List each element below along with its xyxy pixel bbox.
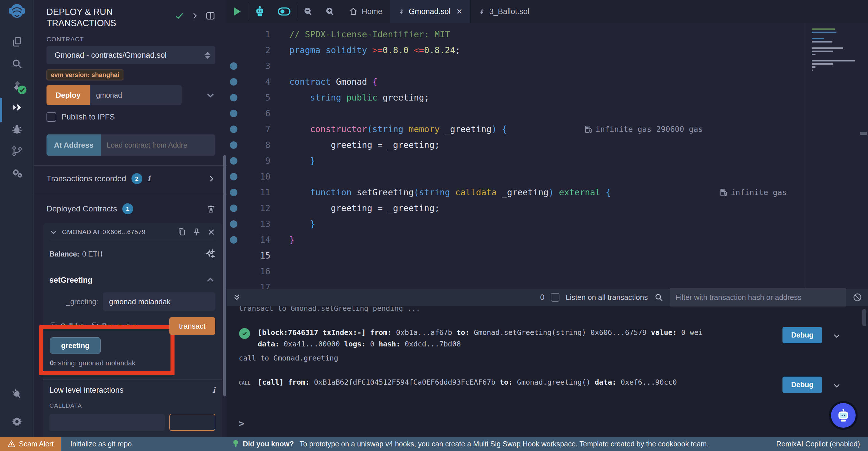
run-script-icon[interactable] <box>227 0 248 23</box>
code-line-11[interactable]: 11 function setGreeting(string calldata … <box>227 185 857 200</box>
remix-logo[interactable] <box>8 3 26 21</box>
remixai-assistant-button[interactable] <box>829 401 858 430</box>
code-editor[interactable]: 1// SPDX-License-Identifier: MIT2pragma … <box>227 23 868 289</box>
gutter-dot-icon[interactable] <box>227 236 241 244</box>
code-line-16[interactable]: 16 <box>227 263 857 279</box>
plugin-manager-icon[interactable] <box>10 388 24 400</box>
deploy-expand-chevron-icon[interactable] <box>206 90 215 100</box>
transactions-expand-chevron-icon[interactable] <box>208 175 215 182</box>
code-line-7[interactable]: 7 constructor(string memory _greeting) {… <box>227 121 857 137</box>
contract-select[interactable]: Gmonad - contracts/Gmonad.sol <box>46 46 215 64</box>
transact-button[interactable]: transact <box>169 317 216 335</box>
gutter-dot-icon[interactable] <box>227 141 241 149</box>
zoom-out-icon[interactable] <box>298 0 319 23</box>
code-line-10[interactable]: 10 <box>227 169 857 185</box>
copilot-status[interactable]: RemixAI Copilot (enabled) <box>776 440 860 448</box>
pin-contract-icon[interactable] <box>192 228 201 236</box>
expand-log-chevron-icon[interactable] <box>832 332 841 340</box>
icon-rail <box>0 0 34 436</box>
terminal-header: 0 Listen on all transactions <box>227 289 868 306</box>
panel-pin-view-icon[interactable] <box>206 11 215 21</box>
gutter-dot-icon[interactable] <box>227 157 241 165</box>
editor-scrollbar[interactable] <box>860 132 867 135</box>
git-init-button[interactable]: Initialize as git repo <box>70 440 132 448</box>
terminal-filter-input[interactable] <box>670 288 846 307</box>
sparkles-icon[interactable] <box>205 249 215 259</box>
gutter-dot-icon[interactable] <box>227 78 241 86</box>
search-icon[interactable] <box>10 57 24 70</box>
code-content[interactable]: 1// SPDX-License-Identifier: MIT2pragma … <box>227 23 857 289</box>
code-line-8[interactable]: 8 greeting = _greeting; <box>227 137 857 153</box>
file-explorer-icon[interactable] <box>10 36 24 48</box>
code-line-14[interactable]: 14} <box>227 232 857 248</box>
remixai-robot-icon[interactable] <box>248 0 271 23</box>
low-level-transact-button[interactable] <box>169 414 215 431</box>
code-line-17[interactable]: 17 <box>227 279 857 289</box>
code-line-3[interactable]: 3 <box>227 58 857 74</box>
gutter-dot-icon[interactable] <box>227 110 241 117</box>
deploy-button[interactable]: Deploy <box>46 85 90 105</box>
terminal-prompt[interactable]: > <box>239 418 868 429</box>
code-line-1[interactable]: 1// SPDX-License-Identifier: MIT <box>227 26 857 42</box>
settings-icon[interactable] <box>10 415 24 428</box>
debug-button[interactable]: Debug <box>782 327 822 343</box>
tab-home[interactable]: Home <box>341 0 391 23</box>
close-contract-icon[interactable] <box>207 228 215 236</box>
git-icon[interactable] <box>10 145 24 158</box>
code-line-4[interactable]: 4contract Gmonad { <box>227 74 857 90</box>
scam-alert-button[interactable]: Scam Alert <box>0 436 61 451</box>
panel-scrollbar[interactable] <box>223 155 226 396</box>
code-line-5[interactable]: 5 string public greeting; <box>227 90 857 106</box>
deploy-args-input[interactable] <box>90 85 182 105</box>
call-summary-line[interactable]: [call] from: 0xB1aB62fdFC104512F594fCa0E… <box>258 378 677 386</box>
terminal-scrollbar[interactable] <box>862 309 866 326</box>
listen-all-checkbox[interactable] <box>551 293 559 302</box>
expand-log-chevron-icon[interactable] <box>832 381 841 390</box>
collapse-fn-chevron-icon[interactable] <box>206 275 215 285</box>
editor-minimap[interactable] <box>812 28 858 81</box>
gutter-dot-icon[interactable] <box>227 189 241 196</box>
low-level-calldata-input[interactable] <box>50 414 165 431</box>
deploy-run-icon[interactable] <box>10 101 24 114</box>
terminal-tx-count: 0 <box>540 293 545 302</box>
trash-icon[interactable] <box>207 204 215 213</box>
tx-summary-line1[interactable]: [block:7646317 txIndex:-] from: 0xb1a...… <box>258 328 703 337</box>
publish-ipfs-checkbox[interactable] <box>46 112 56 122</box>
tab-gmonad[interactable]: Gmonad.sol ✕ <box>391 0 471 23</box>
gutter-dot-icon[interactable] <box>227 204 241 212</box>
tx-summary-line2[interactable]: data: 0xa41...00000 logs: 0 hash: 0xdcd.… <box>258 340 461 348</box>
gutter-dot-icon[interactable] <box>227 173 241 180</box>
contract-collapse-chevron-icon[interactable] <box>50 228 57 236</box>
code-line-6[interactable]: 6 <box>227 106 857 121</box>
debugger-icon[interactable] <box>10 123 24 136</box>
line-number: 13 <box>241 219 270 229</box>
expand-terminal-icon[interactable] <box>232 293 241 302</box>
gutter-dot-icon[interactable] <box>227 94 241 102</box>
copy-address-icon[interactable] <box>177 228 186 236</box>
copilot-toggle-icon[interactable] <box>271 0 297 23</box>
unit-testing-icon[interactable] <box>10 167 24 179</box>
code-line-9[interactable]: 9 } <box>227 153 857 169</box>
code-line-2[interactable]: 2pragma solidity >=0.8.0 <=0.8.24; <box>227 42 857 58</box>
debug-button[interactable]: Debug <box>782 376 822 393</box>
gutter-dot-icon[interactable] <box>227 62 241 70</box>
contract-label: CONTRACT <box>46 36 215 43</box>
gutter-dot-icon[interactable] <box>227 125 241 133</box>
tab-ballot[interactable]: 3_Ballot.sol <box>471 0 537 23</box>
solidity-compiler-icon[interactable] <box>10 79 24 92</box>
panel-collapse-icon[interactable] <box>191 12 198 20</box>
terminal-search-icon[interactable] <box>654 293 663 302</box>
code-line-12[interactable]: 12 greeting = _greeting; <box>227 200 857 216</box>
divider <box>43 379 222 379</box>
greeting-param-input[interactable] <box>103 292 215 311</box>
zoom-in-icon[interactable] <box>319 0 341 23</box>
at-address-input[interactable] <box>101 135 215 156</box>
close-tab-icon[interactable]: ✕ <box>456 7 463 16</box>
greeting-call-button[interactable]: greeting <box>50 337 101 354</box>
code-line-15[interactable]: 15 <box>227 248 857 263</box>
at-address-button[interactable]: At Address <box>46 135 101 156</box>
code-line-13[interactable]: 13 } <box>227 216 857 232</box>
clear-console-icon[interactable] <box>852 292 862 302</box>
terminal-body[interactable]: transact to Gmonad.setGreeting pending .… <box>227 306 868 429</box>
gutter-dot-icon[interactable] <box>227 220 241 228</box>
